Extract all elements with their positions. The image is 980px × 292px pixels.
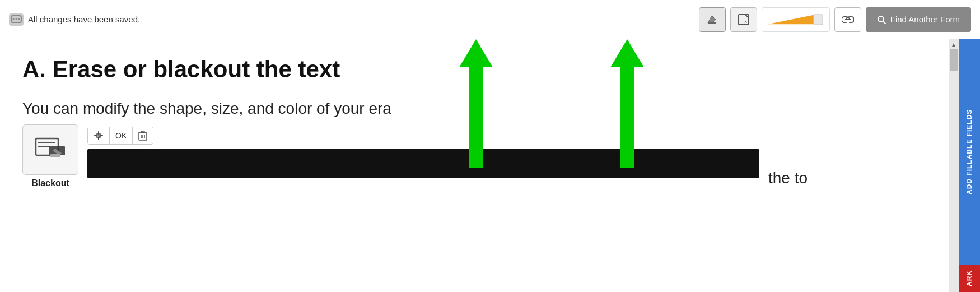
- status-text: All changes have been saved.: [28, 15, 140, 24]
- toolbar-right: × Find Anoth: [699, 7, 971, 32]
- toolbar-status: All changes have been saved.: [9, 13, 693, 26]
- svg-text:✥: ✥: [96, 133, 101, 139]
- crop-cancel-tool-button[interactable]: ×: [730, 7, 757, 32]
- ark-tab[interactable]: ARK: [959, 265, 980, 292]
- ark-label: ARK: [965, 270, 973, 286]
- scroll-up-arrow[interactable]: ▲: [951, 41, 956, 48]
- right-sidebar: ADD FILLABLE FIELDS ARK: [959, 39, 980, 292]
- svg-rect-18: [50, 154, 60, 157]
- blackout-content: ✥ OK: [87, 127, 759, 178]
- svg-rect-23: [141, 131, 144, 133]
- find-form-label: Find Another Form: [890, 15, 960, 24]
- page-title: A. Erase or blackout the text: [22, 56, 926, 83]
- find-another-form-button[interactable]: Find Another Form: [866, 7, 971, 32]
- size-slider-widget[interactable]: [762, 7, 830, 32]
- blackout-icon-box[interactable]: [22, 124, 78, 175]
- svg-point-3: [18, 18, 20, 20]
- svg-point-2: [16, 18, 17, 20]
- eraser-tool-button[interactable]: [699, 7, 726, 32]
- svg-rect-10: [814, 14, 823, 24]
- move-tool-button[interactable]: ✥: [88, 127, 110, 144]
- scrollbar-area: ▲: [949, 39, 959, 292]
- scroll-thumb[interactable]: [950, 49, 958, 71]
- main-area: A. Erase or blackout the text You can mo…: [0, 39, 980, 292]
- toolbar: All changes have been saved. ×: [0, 0, 980, 39]
- chat-icon: [9, 13, 24, 26]
- svg-point-1: [13, 18, 15, 20]
- search-icon: [877, 15, 886, 24]
- delete-button[interactable]: [133, 127, 153, 144]
- body-text: You can modify the shape, size, and colo…: [22, 100, 926, 118]
- svg-marker-9: [768, 15, 814, 24]
- blackout-bar: [87, 149, 759, 178]
- svg-text:×: ×: [744, 19, 747, 25]
- add-fillable-label: ADD FILLABLE FIELDS: [965, 109, 973, 194]
- trailing-text: the to: [768, 169, 808, 187]
- content-area: A. Erase or blackout the text You can mo…: [0, 39, 949, 292]
- ok-label: OK: [115, 131, 127, 140]
- size-slider-track[interactable]: [768, 14, 824, 25]
- svg-line-13: [883, 21, 885, 24]
- ok-button[interactable]: OK: [110, 127, 133, 144]
- blackout-controls: ✥ OK: [87, 127, 153, 145]
- link-button[interactable]: [834, 7, 861, 32]
- blackout-label: Blackout: [31, 178, 69, 188]
- add-fillable-fields-tab[interactable]: ADD FILLABLE FIELDS: [959, 39, 980, 265]
- blackout-tool-panel[interactable]: Blackout: [22, 124, 78, 188]
